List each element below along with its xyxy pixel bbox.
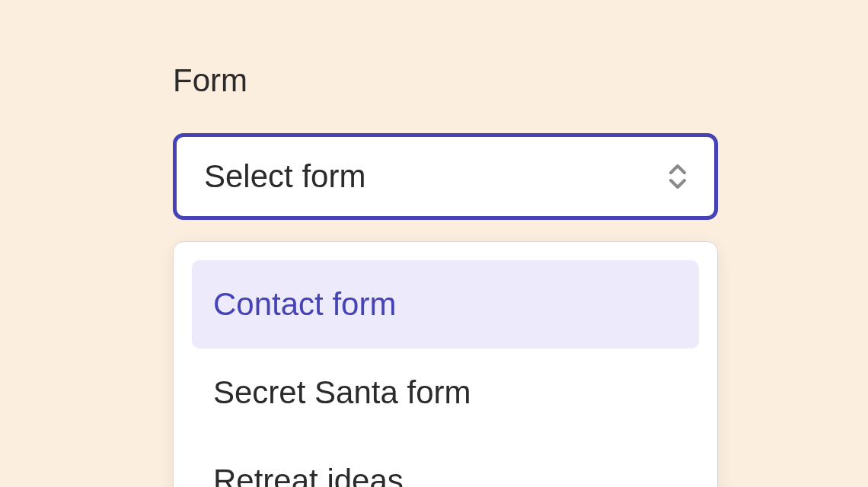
option-label: Retreat ideas [213,463,404,487]
option-secret-santa-form[interactable]: Secret Santa form [192,349,699,437]
form-label: Form [173,62,868,99]
select-placeholder-text: Select form [204,158,365,195]
option-label: Contact form [213,286,396,323]
option-contact-form[interactable]: Contact form [192,260,699,349]
form-select-trigger[interactable]: Select form [173,133,718,220]
option-label: Secret Santa form [213,374,471,411]
chevron-up-down-icon [667,161,688,192]
form-select-listbox: Contact form Secret Santa form Retreat i… [173,241,718,487]
option-retreat-ideas[interactable]: Retreat ideas [192,437,699,487]
